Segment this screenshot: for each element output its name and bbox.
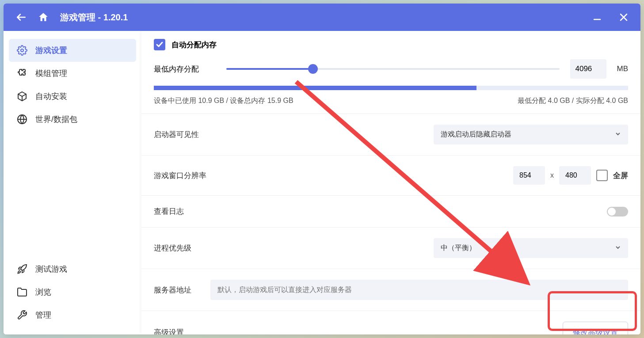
- auto-memory-checkbox[interactable]: [154, 39, 165, 50]
- resolution-x: x: [550, 171, 554, 179]
- sidebar-item-label: 自动安装: [35, 91, 67, 102]
- sidebar: 游戏设置 模组管理 自动安装 世界/数据包: [4, 31, 141, 334]
- fullscreen-checkbox[interactable]: [596, 170, 608, 181]
- chevron-down-icon: [615, 131, 621, 139]
- memory-value-input[interactable]: [570, 59, 606, 79]
- resolution-height-input[interactable]: [559, 166, 591, 185]
- advanced-label: 高级设置: [154, 327, 216, 334]
- window-title: 游戏管理 - 1.20.1: [60, 11, 128, 23]
- wrench-icon: [17, 310, 27, 320]
- memory-slider[interactable]: [226, 68, 560, 70]
- gear-icon: [17, 45, 27, 56]
- server-address-input[interactable]: [210, 280, 628, 300]
- priority-dropdown[interactable]: 中（平衡）: [434, 238, 628, 258]
- sidebar-item-browse[interactable]: 浏览: [9, 281, 136, 304]
- minimize-button[interactable]: [591, 11, 603, 23]
- rocket-icon: [17, 264, 27, 274]
- sidebar-item-manage[interactable]: 管理: [9, 304, 136, 327]
- slider-thumb[interactable]: [308, 64, 318, 74]
- sidebar-item-game-settings[interactable]: 游戏设置: [9, 39, 136, 62]
- resolution-label: 游戏窗口分辨率: [154, 171, 216, 181]
- memory-used-text: 设备中已使用 10.9 GB / 设备总内存 15.9 GB: [154, 96, 293, 106]
- fullscreen-label: 全屏: [613, 171, 628, 181]
- close-button[interactable]: [617, 11, 630, 23]
- svg-point-4: [21, 49, 23, 52]
- sidebar-item-world[interactable]: 世界/数据包: [9, 108, 136, 131]
- sidebar-item-test-game[interactable]: 测试游戏: [9, 258, 136, 281]
- sidebar-item-label: 模组管理: [35, 68, 67, 79]
- advanced-settings-button[interactable]: 修改高级设置: [563, 322, 628, 334]
- sidebar-item-label: 管理: [35, 310, 51, 320]
- memory-alloc-text: 最低分配 4.0 GB / 实际分配 4.0 GB: [518, 96, 628, 106]
- puzzle-icon: [17, 68, 27, 79]
- sidebar-item-label: 浏览: [35, 287, 51, 297]
- min-memory-label: 最低内存分配: [154, 64, 216, 74]
- home-button[interactable]: [36, 10, 50, 24]
- priority-label: 进程优先级: [154, 243, 216, 253]
- back-button[interactable]: [14, 10, 28, 24]
- cube-icon: [17, 91, 27, 102]
- sidebar-item-label: 世界/数据包: [35, 114, 77, 125]
- titlebar: 游戏管理 - 1.20.1: [4, 4, 640, 31]
- sidebar-item-label: 测试游戏: [35, 264, 67, 274]
- dropdown-value: 游戏启动后隐藏启动器: [441, 130, 511, 139]
- sidebar-item-mods[interactable]: 模组管理: [9, 62, 136, 85]
- log-toggle[interactable]: [607, 207, 628, 216]
- server-label: 服务器地址: [154, 285, 202, 295]
- sidebar-item-auto-install[interactable]: 自动安装: [9, 85, 136, 108]
- folder-icon: [17, 287, 27, 297]
- log-label: 查看日志: [154, 206, 216, 216]
- auto-memory-label: 自动分配内存: [171, 40, 217, 50]
- resolution-width-input[interactable]: [513, 166, 545, 185]
- memory-unit: MB: [617, 65, 629, 73]
- chevron-down-icon: [615, 244, 621, 252]
- memory-usage-bar: [154, 86, 628, 90]
- dropdown-value: 中（平衡）: [441, 243, 476, 253]
- launcher-visibility-dropdown[interactable]: 游戏启动后隐藏启动器: [434, 125, 628, 144]
- sidebar-item-label: 游戏设置: [35, 45, 67, 56]
- globe-icon: [17, 114, 27, 125]
- launcher-visibility-label: 启动器可见性: [154, 129, 216, 140]
- main-content: 自动分配内存 最低内存分配 MB 设备中已使用 10.9 GB / 设备总内存 …: [141, 31, 640, 334]
